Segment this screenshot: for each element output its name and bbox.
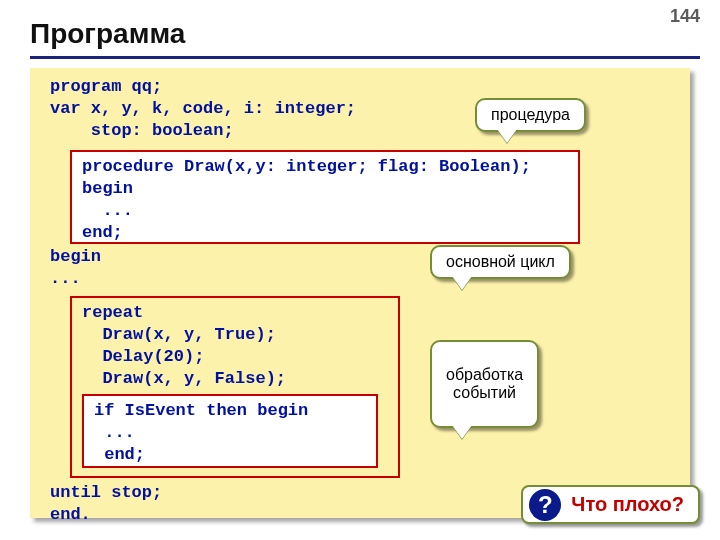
code-line: Draw(x, y, True);: [82, 324, 276, 346]
callout-event-handling: обработка событий: [430, 340, 539, 428]
code-line: ...: [50, 268, 81, 290]
callout-text: обработка событий: [446, 366, 523, 401]
code-line: stop: boolean;: [50, 120, 234, 142]
event-box: if IsEvent then begin ... end;: [82, 394, 378, 468]
code-line: begin: [82, 178, 133, 200]
code-line: repeat: [82, 302, 143, 324]
page-title: Программа: [30, 18, 185, 50]
code-line: ...: [82, 200, 133, 222]
code-line: end.: [50, 504, 91, 526]
code-line: end;: [94, 444, 145, 466]
question-text: Что плохо?: [571, 493, 684, 515]
code-panel: program qq; var x, y, k, code, i: intege…: [30, 68, 690, 518]
question-box: ? Что плохо?: [521, 485, 700, 524]
code-line: Draw(x, y, False);: [82, 368, 286, 390]
callout-text: процедура: [491, 106, 570, 123]
question-icon: ?: [529, 489, 561, 521]
code-line: begin: [50, 246, 101, 268]
procedure-box: procedure Draw(x,y: integer; flag: Boole…: [70, 150, 580, 244]
code-line: until stop;: [50, 482, 162, 504]
callout-text: основной цикл: [446, 253, 555, 270]
code-line: procedure Draw(x,y: integer; flag: Boole…: [82, 156, 531, 178]
code-line: end;: [82, 222, 123, 244]
callout-main-loop: основной цикл: [430, 245, 571, 279]
code-line: var x, y, k, code, i: integer;: [50, 98, 356, 120]
callout-procedure: процедура: [475, 98, 586, 132]
code-line: ...: [94, 422, 135, 444]
code-line: Delay(20);: [82, 346, 204, 368]
title-rule: [30, 56, 700, 59]
code-line: if IsEvent then begin: [94, 400, 308, 422]
repeat-box: repeat Draw(x, y, True); Delay(20); Draw…: [70, 296, 400, 478]
code-line: program qq;: [50, 76, 162, 98]
page-number: 144: [670, 6, 700, 27]
